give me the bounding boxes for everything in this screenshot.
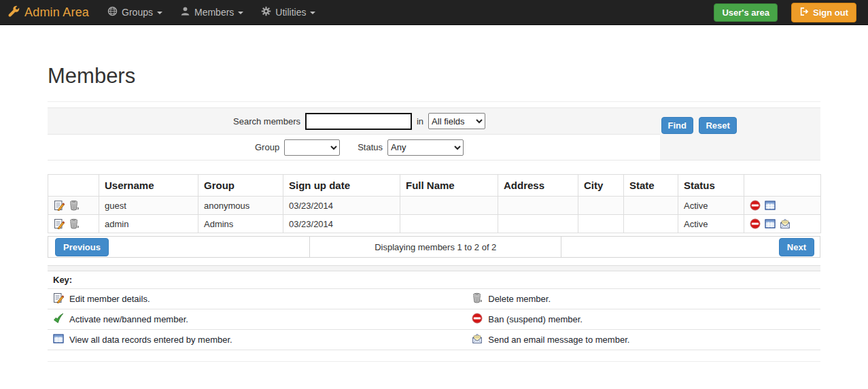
nav-item-label: Utilities	[275, 7, 306, 18]
edit-icon	[53, 292, 64, 305]
header-username: Username	[99, 175, 198, 197]
key-row: View all data records entered by member.…	[48, 330, 820, 350]
table-row: guest anonymous 03/23/2014 Active	[48, 197, 821, 215]
records-icon	[53, 333, 64, 346]
search-buttons: Find Reset	[660, 108, 821, 160]
key-item-label: Delete member.	[488, 294, 551, 304]
delete-icon[interactable]	[69, 200, 80, 211]
next-button[interactable]: Next	[779, 238, 814, 256]
cell-full-name	[400, 197, 498, 215]
search-form: Search members in All fields Group Statu…	[48, 108, 660, 160]
users-area-button[interactable]: User's area	[714, 3, 778, 22]
find-button[interactable]: Find	[661, 117, 693, 134]
key-row: Edit member details. Delete member.	[48, 289, 820, 309]
status-label: Status	[358, 142, 383, 152]
search-panel: Search members in All fields Group Statu…	[48, 107, 820, 160]
records-icon[interactable]	[765, 218, 776, 229]
cell-address	[498, 197, 578, 215]
email-icon	[472, 333, 483, 346]
sign-out-icon	[799, 7, 809, 18]
key-item-label: Send an email message to member.	[488, 335, 629, 345]
person-icon	[180, 6, 190, 18]
key-item-label: Edit member details.	[69, 294, 150, 304]
in-label: in	[417, 116, 423, 126]
pagination-status: Displaying members 1 to 2 of 2	[310, 237, 561, 258]
key-item-label: Activate new/banned member.	[69, 314, 188, 324]
nav-item-groups[interactable]: Groups	[99, 0, 171, 25]
chevron-down-icon	[157, 12, 162, 14]
brand[interactable]: Admin Area	[8, 5, 89, 20]
email-icon[interactable]	[780, 218, 791, 229]
cell-city	[578, 215, 624, 233]
key-table: Key: Edit member details. Delete member.…	[48, 271, 820, 350]
header-city: City	[578, 175, 624, 197]
gear-icon	[261, 6, 271, 18]
key-item-label: Ban (suspend) member.	[488, 314, 583, 324]
ban-icon[interactable]	[750, 200, 761, 211]
ban-icon	[472, 313, 483, 326]
search-label: Search members	[233, 116, 300, 126]
delete-icon	[472, 292, 483, 305]
chevron-down-icon	[238, 12, 243, 14]
divider	[48, 361, 820, 362]
group-filter-select[interactable]	[284, 139, 340, 156]
cell-group: anonymous	[198, 197, 283, 215]
records-icon[interactable]	[765, 200, 776, 211]
header-signup-date: Sign up date	[283, 175, 400, 197]
search-row: Search members in All fields	[48, 108, 660, 134]
cell-address	[498, 215, 578, 233]
nav-item-members[interactable]: Members	[171, 0, 252, 25]
header-actions	[744, 175, 821, 197]
group-label: Group	[255, 142, 279, 152]
key-item-label: View all data records entered by member.	[69, 335, 232, 345]
pagination: Previous Displaying members 1 to 2 of 2 …	[48, 236, 820, 258]
header-address: Address	[498, 175, 578, 197]
top-navbar: Admin Area Groups Members Utilities User…	[0, 0, 868, 25]
nav-item-label: Members	[194, 7, 234, 18]
header-full-name: Full Name	[400, 175, 498, 197]
chevron-down-icon	[310, 12, 315, 14]
header-group: Group	[198, 175, 283, 197]
divider	[48, 101, 820, 102]
members-table: Username Group Sign up date Full Name Ad…	[48, 174, 821, 233]
status-filter-select[interactable]: Any	[387, 139, 464, 156]
cell-signup-date: 03/23/2014	[283, 197, 400, 215]
filters-row: Group Status Any	[48, 134, 660, 160]
brand-label: Admin Area	[24, 5, 89, 20]
globe-icon	[107, 6, 118, 18]
delete-icon[interactable]	[69, 218, 80, 229]
key-title: Key:	[48, 271, 820, 289]
search-input[interactable]	[305, 113, 412, 130]
nav-item-utilities[interactable]: Utilities	[252, 0, 324, 25]
divider-strip	[48, 265, 820, 271]
table-header-row: Username Group Sign up date Full Name Ad…	[48, 175, 821, 197]
header-icons	[48, 175, 99, 197]
cell-full-name	[400, 215, 498, 233]
cell-username: admin	[99, 215, 198, 233]
activate-icon	[53, 313, 64, 326]
cell-status: Active	[678, 197, 744, 215]
header-state: State	[624, 175, 678, 197]
previous-button[interactable]: Previous	[55, 238, 109, 256]
ban-icon[interactable]	[750, 218, 761, 229]
cell-group: Admins	[198, 215, 283, 233]
sign-out-button[interactable]: Sign out	[791, 3, 856, 22]
cell-signup-date: 03/23/2014	[283, 215, 400, 233]
page-title: Members	[48, 64, 820, 88]
cell-state	[624, 215, 678, 233]
cell-state	[624, 197, 678, 215]
cell-city	[578, 197, 624, 215]
nav-item-label: Groups	[122, 7, 153, 18]
cell-username: guest	[99, 197, 198, 215]
search-fields-select[interactable]: All fields	[428, 113, 485, 129]
header-status: Status	[678, 175, 744, 197]
edit-icon[interactable]	[54, 200, 65, 211]
wrench-icon	[8, 5, 20, 20]
reset-button[interactable]: Reset	[699, 117, 736, 134]
key-row: Activate new/banned member. Ban (suspend…	[48, 309, 820, 330]
cell-status: Active	[678, 215, 744, 233]
navbar-right: User's area Sign out	[714, 3, 861, 22]
edit-icon[interactable]	[54, 218, 65, 229]
table-row: admin Admins 03/23/2014 Active	[48, 215, 821, 233]
